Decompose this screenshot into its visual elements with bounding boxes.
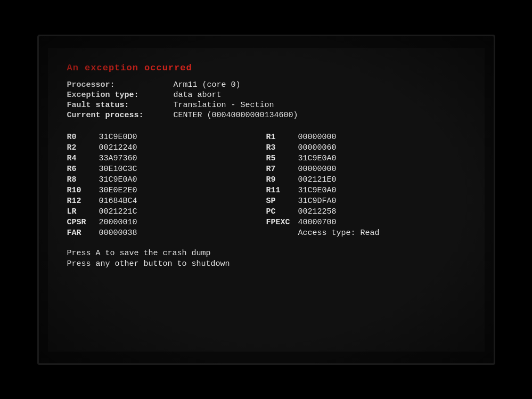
processor-value: Arm11 (core 0) xyxy=(174,80,241,89)
register-row: R200212240 xyxy=(67,143,266,152)
reg-value: 01684BC4 xyxy=(99,197,152,206)
reg-name: PC xyxy=(266,207,298,216)
reg-value: 31C9E0A0 xyxy=(298,154,351,163)
footer-line: Press A to save the crash dump xyxy=(67,249,465,258)
reg-name: SP xyxy=(266,197,298,206)
reg-value: 002121E0 xyxy=(298,175,351,184)
register-row: R531C9E0A0 xyxy=(266,154,465,163)
fault-status-row: Fault status: Translation - Section xyxy=(67,101,465,110)
reg-name: R3 xyxy=(266,143,298,152)
register-row: R1030E0E2E0 xyxy=(67,186,266,195)
current-process-value: CENTER (00040000000134600) xyxy=(174,111,298,120)
register-row: R630E10C3C xyxy=(67,165,266,174)
footer-line: Press any other button to shutdown xyxy=(67,259,465,268)
register-row: LR0021221C xyxy=(67,207,266,216)
current-process-row: Current process: CENTER (000400000001346… xyxy=(67,111,465,120)
reg-value: 00212240 xyxy=(99,143,152,152)
registers-right-column: R100000000R300000060R531C9E0A0R700000000… xyxy=(266,133,465,239)
reg-name: FPEXC xyxy=(266,218,298,227)
reg-name: R7 xyxy=(266,165,298,174)
reg-value: 31C9DFA0 xyxy=(298,197,351,206)
register-row: R031C9E0D0 xyxy=(67,133,266,142)
reg-name: R4 xyxy=(67,154,99,163)
register-row: R9002121E0 xyxy=(266,175,465,184)
reg-name: R2 xyxy=(67,143,99,152)
current-process-label: Current process: xyxy=(67,111,174,120)
reg-name: R5 xyxy=(266,154,298,163)
reg-value: 00000000 xyxy=(298,165,351,174)
processor-label: Processor: xyxy=(67,80,174,89)
reg-value: 30E0E2E0 xyxy=(99,186,152,195)
register-row: R700000000 xyxy=(266,165,465,174)
exception-type-value: data abort xyxy=(174,91,222,100)
register-row: PC00212258 xyxy=(266,207,465,216)
register-row: SP31C9DFA0 xyxy=(266,197,465,206)
register-row: FAR00000038 xyxy=(67,229,266,238)
reg-value: 00000038 xyxy=(99,229,152,238)
reg-value: 31C9E0D0 xyxy=(99,133,152,142)
register-row: R1201684BC4 xyxy=(67,197,266,206)
crash-screen: An exception occurred Processor: Arm11 (… xyxy=(48,48,485,352)
reg-name: R9 xyxy=(266,175,298,184)
fault-status-value: Translation - Section xyxy=(174,101,274,110)
reg-value: 00212258 xyxy=(298,207,351,216)
reg-name: R12 xyxy=(67,197,99,206)
reg-name: R0 xyxy=(67,133,99,142)
exception-type-label: Exception type: xyxy=(67,91,174,100)
reg-name: CPSR xyxy=(67,218,99,227)
register-row: R1131C9E0A0 xyxy=(266,186,465,195)
monitor-frame: An exception occurred Processor: Arm11 (… xyxy=(37,35,495,365)
processor-row: Processor: Arm11 (core 0) xyxy=(67,80,465,89)
reg-name: FAR xyxy=(67,229,99,238)
reg-value: 40000700 xyxy=(298,218,351,227)
reg-value: 31C9E0A0 xyxy=(99,175,152,184)
system-info: Processor: Arm11 (core 0) Exception type… xyxy=(67,80,465,120)
register-row: FPEXC40000700 xyxy=(266,218,465,227)
reg-value: 0021221C xyxy=(99,207,152,216)
access-type-row: Access type: Read xyxy=(266,229,465,238)
reg-value: 30E10C3C xyxy=(99,165,152,174)
register-row: R433A97360 xyxy=(67,154,266,163)
reg-name: R1 xyxy=(266,133,298,142)
register-row: R831C9E0A0 xyxy=(67,175,266,184)
reg-value: 33A97360 xyxy=(99,154,152,163)
reg-value: 20000010 xyxy=(99,218,152,227)
exception-type-row: Exception type: data abort xyxy=(67,91,465,100)
registers-left-column: R031C9E0D0R200212240R433A97360R630E10C3C… xyxy=(67,133,266,239)
reg-name: R8 xyxy=(67,175,99,184)
reg-name: LR xyxy=(67,207,99,216)
reg-name: R10 xyxy=(67,186,99,195)
register-row: R100000000 xyxy=(266,133,465,142)
access-type-value: Access type: Read xyxy=(298,229,380,238)
reg-value: 00000000 xyxy=(298,133,351,142)
register-row: R300000060 xyxy=(266,143,465,152)
footer-section: Press A to save the crash dumpPress any … xyxy=(67,249,465,268)
fault-status-label: Fault status: xyxy=(67,101,174,110)
register-row: CPSR20000010 xyxy=(67,218,266,227)
registers-section: R031C9E0D0R200212240R433A97360R630E10C3C… xyxy=(67,133,465,239)
exception-title: An exception occurred xyxy=(67,63,465,73)
reg-value: 00000060 xyxy=(298,143,351,152)
reg-value: 31C9E0A0 xyxy=(298,186,351,195)
reg-name: R6 xyxy=(67,165,99,174)
reg-name: R11 xyxy=(266,186,298,195)
divider xyxy=(67,128,465,133)
